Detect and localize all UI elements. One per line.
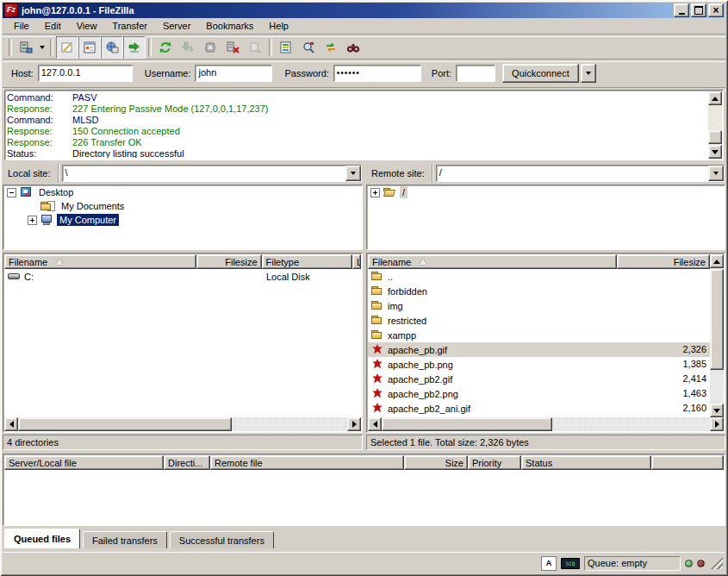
- menu-item[interactable]: Bookmarks: [198, 19, 261, 33]
- expander-icon[interactable]: [7, 188, 16, 197]
- tab-queued-files[interactable]: Queued files: [4, 529, 80, 548]
- file-row[interactable]: ..: [368, 269, 710, 284]
- toggle-message-log-button[interactable]: [56, 36, 78, 59]
- port-input[interactable]: [456, 65, 495, 82]
- tree-item[interactable]: /: [367, 185, 725, 199]
- menu-item[interactable]: Edit: [37, 19, 69, 33]
- scroll-left-button[interactable]: [4, 417, 18, 431]
- column-header-lastmodified[interactable]: L: [352, 254, 361, 269]
- expander-icon[interactable]: [28, 216, 37, 225]
- file-row[interactable]: restricted: [368, 313, 710, 328]
- menu-item[interactable]: View: [69, 19, 105, 33]
- expander-icon[interactable]: [370, 188, 380, 197]
- local-site-bar: Local site: \: [3, 164, 363, 183]
- close-button[interactable]: ×: [708, 3, 724, 17]
- scroll-right-button[interactable]: [710, 417, 724, 431]
- scrollbar-thumb[interactable]: [708, 130, 722, 144]
- tree-item-label[interactable]: My Computer: [57, 214, 119, 226]
- process-queue-button[interactable]: [177, 36, 199, 59]
- file-row[interactable]: apache_pb2.png 1,463: [368, 386, 710, 401]
- tab-failed-transfers[interactable]: Failed transfers: [83, 531, 167, 548]
- site-manager-dropdown[interactable]: [37, 38, 47, 57]
- username-input[interactable]: john: [195, 65, 272, 82]
- tree-item[interactable]: Desktop: [3, 185, 362, 199]
- tree-item[interactable]: My Documents: [3, 199, 362, 213]
- scrollbar-thumb[interactable]: [18, 417, 232, 431]
- local-site-dropdown[interactable]: [345, 166, 361, 181]
- local-horizontal-scrollbar[interactable]: [4, 417, 361, 431]
- toggle-remote-tree-button[interactable]: [101, 36, 123, 59]
- quickconnect-button[interactable]: Quickconnect: [502, 64, 579, 83]
- tree-item[interactable]: My Computer: [3, 213, 362, 227]
- menu-item[interactable]: Help: [261, 19, 296, 33]
- disconnect-button[interactable]: [221, 36, 244, 59]
- column-header-size[interactable]: Size: [404, 455, 468, 470]
- column-header-direction[interactable]: Directi...: [164, 455, 210, 470]
- refresh-button[interactable]: [154, 36, 177, 59]
- remote-site-combo[interactable]: /: [436, 165, 725, 182]
- file-row[interactable]: forbidden: [368, 284, 710, 298]
- filter-button[interactable]: [275, 36, 297, 59]
- tab-successful-transfers[interactable]: Successful transfers: [170, 531, 274, 548]
- tree-item-label[interactable]: My Documents: [59, 200, 127, 212]
- host-input[interactable]: 127.0.0.1: [38, 65, 133, 82]
- tree-item-label[interactable]: /: [400, 186, 408, 198]
- column-header-filesize[interactable]: Filesize: [196, 254, 262, 269]
- remote-vertical-scrollbar[interactable]: [710, 254, 724, 417]
- toggle-local-tree-button[interactable]: [78, 36, 101, 59]
- remote-horizontal-scrollbar[interactable]: [368, 417, 724, 431]
- resize-grip[interactable]: [711, 557, 723, 569]
- menu-item[interactable]: Server: [155, 19, 198, 33]
- log-line: Command: PASV: [7, 92, 707, 103]
- file-row[interactable]: apache_pb.gif 2,326: [368, 342, 710, 357]
- file-row[interactable]: apache_pb.png 1,385: [368, 357, 710, 372]
- column-header-remote-file[interactable]: Remote file: [210, 455, 404, 470]
- directory-comparison-button[interactable]: [297, 36, 320, 59]
- column-header-filename[interactable]: Filename: [368, 254, 617, 269]
- quickconnect-dropdown[interactable]: [581, 64, 596, 83]
- column-header-filetype[interactable]: Filetype: [262, 254, 352, 269]
- maximize-button[interactable]: [691, 3, 706, 17]
- toggle-transfer-queue-button[interactable]: [123, 36, 146, 59]
- scrollbar-thumb[interactable]: [710, 269, 724, 370]
- scroll-down-button[interactable]: [708, 145, 722, 159]
- log-scrollbar[interactable]: [708, 91, 722, 159]
- transfer-type-icon[interactable]: A: [541, 556, 557, 571]
- find-files-button[interactable]: [342, 36, 364, 59]
- menu-item[interactable]: File: [6, 19, 37, 33]
- scroll-up-button[interactable]: [708, 91, 722, 105]
- menu-item[interactable]: Transfer: [104, 19, 155, 33]
- remote-site-value[interactable]: /: [437, 166, 708, 181]
- file-row[interactable]: C: Local Disk: [4, 269, 361, 284]
- local-site-combo[interactable]: \: [62, 165, 362, 182]
- column-header-server-local-file[interactable]: Server/Local file: [4, 455, 164, 470]
- file-row[interactable]: img: [368, 298, 710, 313]
- column-header-filesize[interactable]: Filesize: [617, 254, 710, 269]
- file-row[interactable]: xampp: [368, 328, 710, 342]
- remote-site-dropdown[interactable]: [708, 166, 724, 181]
- minimize-button[interactable]: [674, 3, 689, 17]
- tree-item-label[interactable]: Desktop: [36, 186, 76, 198]
- file-row[interactable]: apache_pb2_ani.gif 2,160: [368, 401, 710, 416]
- file-row[interactable]: apache_pb2.gif 2,414: [368, 372, 710, 386]
- title-bar[interactable]: Fz john@127.0.0.1 - FileZilla ×: [3, 3, 725, 18]
- scrollbar-thumb[interactable]: [382, 417, 552, 431]
- synchronized-browsing-button[interactable]: [320, 36, 342, 59]
- queue-body[interactable]: [4, 470, 724, 524]
- scroll-down-button[interactable]: [710, 404, 724, 417]
- arrow-left-icon: [370, 421, 377, 428]
- password-input[interactable]: ••••••: [333, 65, 421, 82]
- column-header-status[interactable]: Status: [521, 455, 651, 470]
- speed-limit-icon[interactable]: SCQ: [561, 558, 580, 569]
- filezilla-window: Fz john@127.0.0.1 - FileZilla × FileEdit…: [0, 0, 728, 576]
- scroll-left-button[interactable]: [368, 417, 382, 431]
- site-manager-button[interactable]: [15, 36, 37, 59]
- password-label: Password:: [284, 68, 328, 78]
- column-header-filename[interactable]: Filename: [4, 254, 196, 269]
- scroll-right-button[interactable]: [347, 417, 361, 431]
- cancel-button[interactable]: [199, 36, 221, 59]
- local-site-value[interactable]: \: [63, 166, 345, 181]
- reconnect-button[interactable]: [244, 36, 266, 59]
- scroll-up-button[interactable]: [710, 254, 724, 268]
- column-header-priority[interactable]: Priority: [468, 455, 521, 470]
